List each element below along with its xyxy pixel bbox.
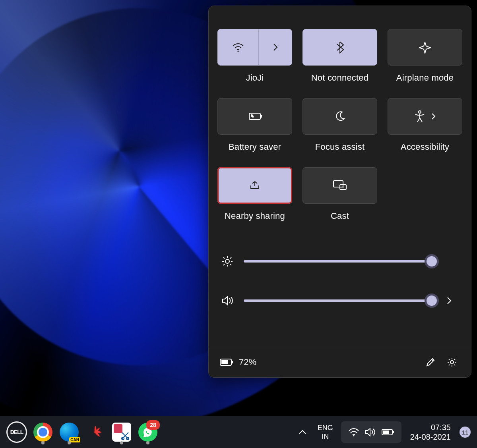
battery-saver-icon bbox=[247, 112, 263, 121]
battery-saver-tile[interactable] bbox=[217, 98, 292, 135]
svg-point-6 bbox=[343, 187, 344, 188]
cast-icon bbox=[333, 180, 347, 191]
notification-count: 11 bbox=[462, 429, 469, 436]
brightness-slider-row bbox=[221, 255, 458, 267]
lang-primary: ENG bbox=[318, 423, 333, 432]
svg-point-0 bbox=[237, 50, 238, 52]
taskbar-app-dell[interactable]: DELL bbox=[6, 422, 27, 442]
battery-percentage: 72% bbox=[239, 357, 256, 367]
accessibility-label: Accessibility bbox=[401, 142, 449, 152]
taskbar-overflow-button[interactable] bbox=[295, 422, 310, 442]
volume-slider-row bbox=[221, 295, 458, 306]
whatsapp-badge: 28 bbox=[146, 420, 160, 430]
airplane-mode-tile[interactable] bbox=[388, 29, 462, 66]
volume-slider[interactable] bbox=[244, 299, 438, 302]
taskbar: DELL CAN 28 ENG IN bbox=[0, 416, 477, 448]
volume-icon bbox=[365, 427, 376, 437]
cast-label: Cast bbox=[331, 211, 349, 221]
battery-icon bbox=[382, 429, 394, 436]
brightness-slider-thumb[interactable] bbox=[425, 254, 439, 268]
chevron-right-icon bbox=[431, 113, 436, 120]
bluetooth-icon bbox=[336, 41, 344, 54]
dell-icon: DELL bbox=[6, 421, 27, 443]
svg-rect-10 bbox=[221, 360, 228, 364]
taskbar-app-snipping-tool[interactable] bbox=[111, 422, 132, 442]
edge-icon: CAN bbox=[60, 423, 79, 442]
nearby-sharing-label: Nearby sharing bbox=[225, 211, 285, 221]
svg-rect-1 bbox=[249, 113, 260, 120]
cast-tile[interactable] bbox=[302, 167, 377, 204]
svg-rect-2 bbox=[261, 115, 262, 118]
snipping-tool-icon bbox=[112, 423, 131, 442]
svg-point-7 bbox=[225, 259, 229, 263]
settings-button[interactable] bbox=[444, 354, 460, 370]
svg-point-3 bbox=[419, 111, 421, 113]
taskbar-notification-badge[interactable]: 11 bbox=[460, 427, 471, 438]
share-icon bbox=[248, 180, 261, 191]
svg-point-14 bbox=[353, 435, 354, 436]
volume-output-button[interactable] bbox=[446, 296, 458, 305]
moon-icon bbox=[334, 111, 345, 122]
brightness-icon bbox=[221, 255, 235, 267]
clock-date: 24-08-2021 bbox=[410, 432, 451, 442]
taskbar-system-tray[interactable] bbox=[341, 421, 401, 443]
svg-rect-16 bbox=[393, 431, 394, 433]
brightness-slider[interactable] bbox=[244, 260, 438, 263]
clock-time: 07:35 bbox=[431, 423, 451, 432]
taskbar-app-chrome[interactable] bbox=[33, 422, 53, 442]
taskbar-language-switch[interactable]: ENG IN bbox=[318, 423, 333, 441]
accessibility-icon bbox=[414, 110, 425, 123]
svg-point-11 bbox=[450, 361, 454, 364]
wifi-label: JioJi bbox=[246, 73, 264, 83]
huawei-icon bbox=[86, 423, 105, 442]
airplane-icon bbox=[419, 41, 431, 54]
chrome-icon bbox=[33, 423, 52, 442]
taskbar-app-huawei[interactable] bbox=[85, 422, 106, 442]
nearby-sharing-tile[interactable] bbox=[217, 167, 292, 204]
lang-secondary: IN bbox=[322, 432, 329, 441]
gear-icon bbox=[446, 357, 458, 368]
svg-rect-4 bbox=[334, 181, 343, 187]
svg-rect-9 bbox=[232, 361, 233, 363]
taskbar-app-whatsapp[interactable]: 28 bbox=[138, 422, 158, 442]
chevron-up-icon bbox=[298, 429, 307, 435]
svg-rect-17 bbox=[383, 431, 389, 434]
chevron-right-icon bbox=[272, 42, 279, 52]
wifi-expand-button[interactable] bbox=[258, 29, 292, 65]
battery-saver-label: Battery saver bbox=[229, 142, 281, 152]
volume-icon bbox=[221, 295, 235, 306]
volume-slider-thumb[interactable] bbox=[425, 294, 439, 308]
airplane-mode-label: Airplane mode bbox=[396, 73, 454, 83]
wifi-icon bbox=[232, 42, 244, 52]
quick-settings-panel: JioJi Not connected Airplane mode bbox=[208, 6, 471, 378]
taskbar-clock[interactable]: 07:35 24-08-2021 bbox=[410, 423, 451, 442]
bluetooth-tile[interactable] bbox=[302, 29, 377, 66]
battery-icon bbox=[220, 358, 233, 366]
pencil-icon bbox=[425, 357, 436, 367]
wifi-icon bbox=[348, 428, 359, 436]
edit-quick-settings-button[interactable] bbox=[423, 354, 438, 370]
wifi-tile[interactable] bbox=[217, 29, 292, 66]
bluetooth-label: Not connected bbox=[311, 73, 368, 83]
focus-assist-tile[interactable] bbox=[302, 98, 377, 135]
wifi-toggle[interactable] bbox=[218, 29, 258, 65]
accessibility-tile[interactable] bbox=[388, 98, 462, 135]
taskbar-app-edge-canary[interactable]: CAN bbox=[59, 422, 80, 442]
quick-settings-footer: 72% bbox=[209, 347, 471, 377]
focus-assist-label: Focus assist bbox=[315, 142, 365, 152]
